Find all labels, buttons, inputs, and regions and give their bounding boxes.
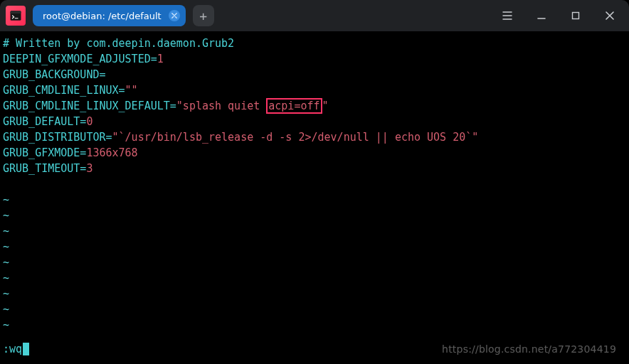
close-icon bbox=[171, 13, 177, 18]
cfg-val-prefix: "splash quiet bbox=[176, 100, 266, 112]
cfg-key: DEEPIN_GFXMODE_ADJUSTED= bbox=[3, 53, 157, 65]
cfg-val: 1366x768 bbox=[86, 146, 137, 159]
cfg-val: "" bbox=[125, 84, 138, 97]
terminal-window: root@debian: /etc/default + bbox=[0, 0, 629, 364]
file-line: GRUB_TIMEOUT=3 bbox=[3, 161, 626, 176]
menu-icon bbox=[502, 11, 512, 20]
svg-rect-1 bbox=[11, 11, 21, 14]
highlighted-acpi-off: acpi=off bbox=[266, 98, 322, 114]
vi-tilde-line: ~ bbox=[3, 255, 626, 270]
file-line: GRUB_BACKGROUND= bbox=[3, 67, 626, 82]
vi-command-text: :wq bbox=[3, 343, 22, 355]
cfg-key: GRUB_CMDLINE_LINUX_DEFAULT= bbox=[3, 100, 176, 112]
file-line-grub-cmdline-default: GRUB_CMDLINE_LINUX_DEFAULT="splash quiet… bbox=[3, 98, 626, 114]
terminal-viewport[interactable]: # Written by com.deepin.daemon.Grub2 DEE… bbox=[0, 31, 629, 364]
file-line: DEEPIN_GFXMODE_ADJUSTED=1 bbox=[3, 51, 626, 67]
close-icon bbox=[606, 11, 614, 20]
maximize-button[interactable] bbox=[562, 5, 589, 26]
cfg-val: 1 bbox=[157, 53, 164, 65]
tab-close-button[interactable] bbox=[169, 10, 180, 21]
cfg-key: GRUB_DEFAULT= bbox=[3, 115, 86, 128]
cfg-val-suffix: " bbox=[322, 100, 329, 112]
cursor-block bbox=[23, 343, 29, 355]
vi-tilde-line: ~ bbox=[3, 270, 626, 286]
vi-tilde-line: ~ bbox=[3, 223, 626, 239]
vi-tilde-line: ~ bbox=[3, 208, 626, 223]
vi-tilde-line: ~ bbox=[3, 301, 626, 317]
window-close-button[interactable] bbox=[596, 5, 623, 26]
vi-tilde-line: ~ bbox=[3, 286, 626, 301]
file-comment-line: # Written by com.deepin.daemon.Grub2 bbox=[3, 36, 626, 51]
menu-button[interactable] bbox=[494, 5, 521, 26]
new-tab-button[interactable]: + bbox=[193, 5, 214, 26]
minimize-icon bbox=[537, 11, 546, 20]
vi-tilde-line: ~ bbox=[3, 192, 626, 208]
minimize-button[interactable] bbox=[528, 5, 555, 26]
tab-title: root@debian: /etc/default bbox=[43, 11, 162, 21]
cfg-val: 3 bbox=[86, 162, 92, 175]
vi-tilde-line: ~ bbox=[3, 317, 626, 333]
file-line: GRUB_DEFAULT=0 bbox=[3, 114, 626, 129]
maximize-icon bbox=[571, 11, 580, 20]
cfg-key: GRUB_CMDLINE_LINUX= bbox=[3, 84, 125, 97]
svg-rect-7 bbox=[573, 13, 579, 19]
vi-tilde-line: ~ bbox=[3, 239, 626, 255]
cfg-key: GRUB_GFXMODE= bbox=[3, 146, 86, 159]
watermark-text: https://blog.csdn.net/a772304419 bbox=[442, 341, 616, 357]
cfg-key: GRUB_DISTRIBUTOR= bbox=[3, 131, 112, 144]
cfg-val: 0 bbox=[86, 115, 92, 128]
file-line: GRUB_GFXMODE=1366x768 bbox=[3, 145, 626, 161]
terminal-icon bbox=[9, 9, 22, 22]
blank-line bbox=[3, 176, 626, 192]
plus-icon: + bbox=[199, 9, 207, 23]
vi-command-line[interactable]: :wq bbox=[3, 341, 29, 357]
terminal-app-icon[interactable] bbox=[6, 6, 26, 26]
tab-active[interactable]: root@debian: /etc/default bbox=[33, 5, 186, 26]
file-line: GRUB_DISTRIBUTOR="`/usr/bin/lsb_release … bbox=[3, 129, 626, 145]
cfg-key: GRUB_TIMEOUT= bbox=[3, 162, 86, 175]
titlebar: root@debian: /etc/default + bbox=[0, 0, 629, 31]
file-line: GRUB_CMDLINE_LINUX="" bbox=[3, 82, 626, 98]
cfg-val: "`/usr/bin/lsb_release -d -s 2>/dev/null… bbox=[112, 131, 479, 144]
